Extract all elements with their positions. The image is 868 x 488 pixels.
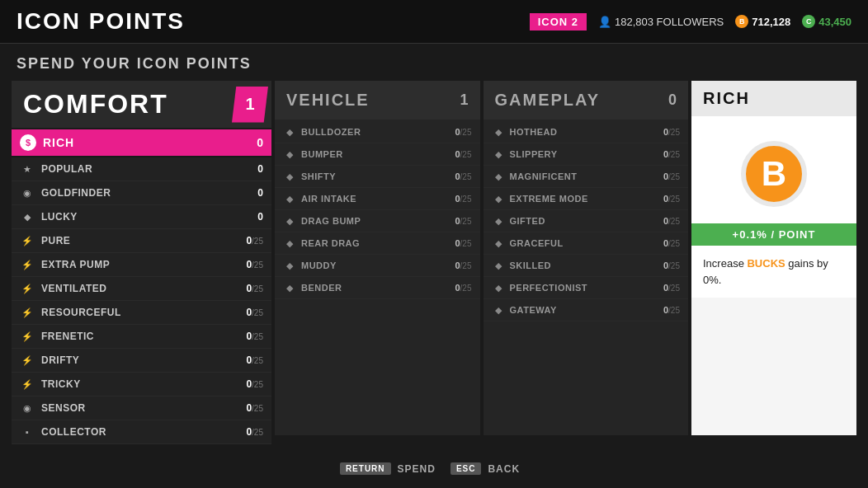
cat-skill-icon: ◆ [492, 259, 505, 272]
gameplay-skill-row[interactable]: ◆ MAGNIFICENT 0 /25 [484, 166, 689, 188]
cat-skill-max: /25 [460, 172, 472, 181]
page-title: ICON POINTS [17, 8, 185, 35]
skill-name: GOLDFINDER [41, 187, 257, 199]
comfort-skill-row[interactable]: ★ POPULAR 0 [12, 157, 271, 181]
comfort-skill-row[interactable]: ◉ GOLDFINDER 0 [12, 181, 271, 205]
right-panel-desc: Increase BUCKS gains by 0%. [691, 246, 856, 298]
skill-value: 0 [246, 354, 252, 366]
cat-skill-max: /25 [668, 261, 680, 270]
skill-icon: ◉ [20, 401, 35, 415]
cat-skill-icon: ◆ [283, 281, 296, 294]
gameplay-header: GAMEPLAY 0 [484, 81, 689, 120]
right-panel: RICH B +0.1% / POINT Increase BUCKS gain… [691, 81, 856, 435]
comfort-panel: COMFORT 1 $ RICH 0 ★ POPULAR 0 ◉ GOLDFIN… [12, 81, 271, 435]
rich-row[interactable]: $ RICH 0 [12, 129, 271, 156]
icon-badge: ICON 2 [530, 13, 587, 30]
comfort-skill-row[interactable]: ◉ SENSOR 0 /25 [12, 396, 271, 420]
coins-icon: C [802, 15, 815, 28]
skill-name: DRIFTY [41, 354, 246, 366]
vehicle-skill-row[interactable]: ◆ DRAG BUMP 0 /25 [275, 210, 480, 232]
skill-icon: ⚡ [20, 329, 35, 344]
comfort-badge: 1 [232, 87, 268, 123]
vehicle-skill-row[interactable]: ◆ BULLDOZER 0 /25 [275, 121, 480, 143]
skill-max: /25 [252, 284, 263, 293]
comfort-skill-row[interactable]: ⚡ VENTILATED 0 /25 [12, 277, 271, 301]
skill-icon: ⚡ [20, 353, 35, 368]
skill-name: FRENETIC [41, 331, 246, 342]
gameplay-skill-row[interactable]: ◆ GIFTED 0 /25 [484, 210, 689, 232]
skill-max: /25 [252, 260, 263, 270]
comfort-skill-row[interactable]: ▪ COLLECTOR 0 /25 [12, 420, 271, 444]
vehicle-skill-row[interactable]: ◆ MUDDY 0 /25 [275, 255, 480, 277]
vehicle-header: VEHICLE 1 [275, 81, 480, 120]
comfort-skill-row[interactable]: ⚡ RESOURCEFUL 0 /25 [12, 301, 271, 325]
comfort-skill-row[interactable]: ⚡ PURE 0 /25 [12, 229, 271, 253]
main-content: COMFORT 1 $ RICH 0 ★ POPULAR 0 ◉ GOLDFIN… [0, 81, 868, 435]
cat-skill-max: /25 [668, 306, 680, 315]
skill-name: TRICKY [41, 378, 246, 390]
gameplay-skill-row[interactable]: ◆ EXTREME MODE 0 /25 [484, 188, 689, 210]
vehicle-panel: VEHICLE 1 ◆ BULLDOZER 0 /25 ◆ BUMPER 0 /… [275, 81, 480, 435]
gameplay-skill-row[interactable]: ◆ GATEWAY 0 /25 [484, 299, 689, 321]
vehicle-skill-list: ◆ BULLDOZER 0 /25 ◆ BUMPER 0 /25 ◆ SHIFT… [275, 121, 480, 299]
comfort-title: COMFORT [12, 81, 232, 128]
rich-value: 0 [257, 136, 263, 149]
bucks-currency: B 712,128 [735, 15, 790, 28]
vehicle-skill-row[interactable]: ◆ BUMPER 0 /25 [275, 143, 480, 166]
cat-skill-name: BULLDOZER [301, 127, 455, 137]
cat-skill-max: /25 [460, 150, 472, 159]
gameplay-skill-row[interactable]: ◆ SKILLED 0 /25 [484, 255, 689, 277]
skill-value: 0 [246, 283, 252, 294]
esc-key: ESC [451, 462, 482, 475]
cat-skill-icon: ◆ [283, 170, 296, 183]
cat-skill-name: GIFTED [510, 216, 663, 226]
gameplay-skill-row[interactable]: ◆ GRACEFUL 0 /25 [484, 232, 689, 255]
cat-skill-icon: ◆ [492, 125, 505, 138]
footer: RETURN SPEND ESC BACK [0, 462, 868, 475]
right-panel-bonus: +0.1% / POINT [691, 223, 856, 246]
currency-row: B 712,128 C 43,450 [735, 15, 851, 28]
return-key: RETURN [340, 462, 391, 475]
subheader: SPEND YOUR ICON POINTS [0, 44, 868, 81]
middle-panels: VEHICLE 1 ◆ BULLDOZER 0 /25 ◆ BUMPER 0 /… [275, 81, 688, 435]
cat-skill-icon: ◆ [492, 170, 505, 183]
header: ICON POINTS ICON 2 👤 182,803 FOLLOWERS B… [0, 0, 868, 44]
skill-value: 0 [246, 307, 252, 318]
skill-icon: ⚡ [20, 281, 35, 296]
comfort-skill-row[interactable]: ◆ LUCKY 0 [12, 205, 271, 229]
cat-skill-name: SHIFTY [301, 171, 455, 181]
vehicle-skill-row[interactable]: ◆ AIR INTAKE 0 /25 [275, 188, 480, 210]
vehicle-skill-row[interactable]: ◆ REAR DRAG 0 /25 [275, 232, 480, 255]
gameplay-skill-row[interactable]: ◆ SLIPPERY 0 /25 [484, 143, 689, 166]
cat-skill-icon: ◆ [283, 192, 296, 205]
skill-max: /25 [252, 237, 263, 246]
cat-skill-max: /25 [668, 195, 680, 204]
cat-skill-name: SKILLED [510, 260, 663, 270]
comfort-skill-row[interactable]: ⚡ EXTRA PUMP 0 /25 [12, 253, 271, 277]
vehicle-skill-row[interactable]: ◆ BENDER 0 /25 [275, 277, 480, 299]
skill-name: LUCKY [41, 211, 257, 223]
cat-skill-max: /25 [668, 128, 680, 137]
comfort-skill-row[interactable]: ⚡ FRENETIC 0 /25 [12, 325, 271, 349]
gameplay-skill-row[interactable]: ◆ PERFECTIONIST 0 /25 [484, 277, 689, 299]
cat-skill-icon: ◆ [283, 125, 296, 138]
cat-skill-icon: ◆ [283, 259, 296, 272]
cat-skill-max: /25 [668, 217, 680, 226]
comfort-skill-row[interactable]: ⚡ DRIFTY 0 /25 [12, 349, 271, 373]
cat-skill-name: MUDDY [301, 260, 455, 270]
comfort-skill-list: ★ POPULAR 0 ◉ GOLDFINDER 0 ◆ LUCKY 0 ⚡ P… [12, 157, 271, 444]
skill-name: RESOURCEFUL [41, 307, 246, 318]
cat-skill-name: BENDER [301, 283, 455, 293]
cat-skill-icon: ◆ [283, 148, 296, 161]
gameplay-skill-row[interactable]: ◆ HOTHEAD 0 /25 [484, 121, 689, 143]
coins-currency: C 43,450 [802, 15, 851, 28]
comfort-skill-row[interactable]: ⚡ TRICKY 0 /25 [12, 373, 271, 396]
bucks-big-icon: B [741, 141, 807, 207]
cat-skill-max: /25 [460, 239, 472, 248]
right-panel-title: RICH [691, 81, 856, 116]
cat-skill-name: GATEWAY [510, 305, 663, 315]
skill-name: POPULAR [41, 163, 257, 175]
cat-skill-name: MAGNIFICENT [510, 171, 663, 181]
cat-skill-max: /25 [460, 261, 472, 270]
vehicle-skill-row[interactable]: ◆ SHIFTY 0 /25 [275, 166, 480, 188]
